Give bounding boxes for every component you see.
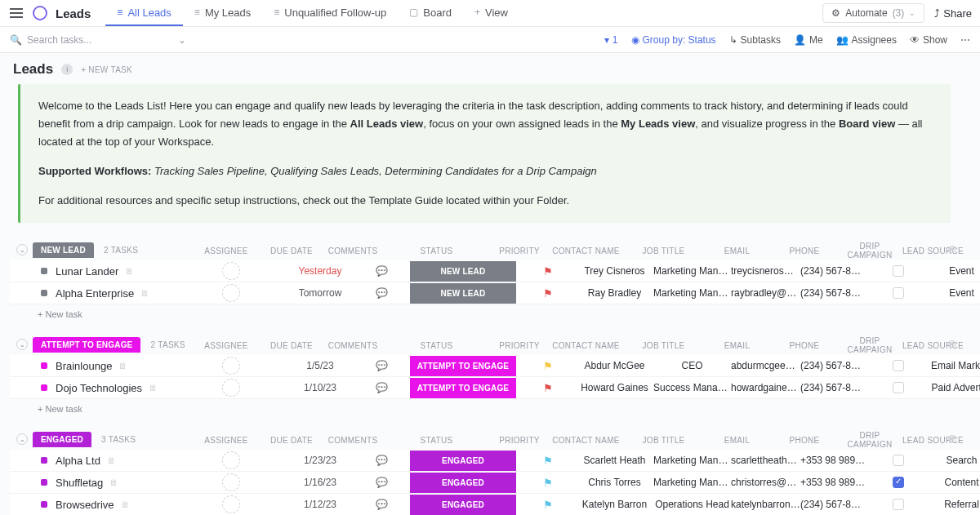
task-row[interactable]: Lunar Lander 🗎 Yesterday 💬 NEW LEAD ⚑ Tr… [10,260,980,282]
email: howardgaines@dojot [731,382,800,393]
phone: (234) 567-8901 [800,360,866,371]
show-button[interactable]: 👁Show [910,34,947,46]
subtasks-button[interactable]: ↳Subtasks [729,34,781,46]
tab-board[interactable]: ▢Board [398,0,463,26]
doc-icon[interactable]: 🗎 [121,499,130,509]
due-date[interactable]: 1/5/23 [287,360,353,371]
priority-flag[interactable]: ⚑ [520,382,576,394]
contact-name: Trey Cisneros [576,265,653,277]
add-task-button[interactable]: + New task [10,399,980,414]
assignee-avatar[interactable] [222,379,240,397]
due-date[interactable]: 1/16/23 [287,477,353,488]
drip-checkbox[interactable] [893,382,904,393]
assignee-avatar[interactable] [222,473,240,491]
comments-icon[interactable]: 💬 [353,455,410,466]
search-input[interactable]: 🔍 Search tasks... ⌄ [10,34,593,46]
filter-count[interactable]: ▾1 [604,34,618,46]
tab-all-leads[interactable]: ≡All Leads [105,0,183,26]
priority-flag[interactable]: ⚑ [520,360,576,372]
status-badge[interactable]: ENGAGED [410,451,516,471]
task-row[interactable]: Shuffletag 🗎 1/16/23 💬 ENGAGED ⚑ Chris T… [10,472,980,494]
status-badge[interactable]: ATTEMPT TO ENGAGE [410,378,516,398]
priority-flag[interactable]: ⚑ [520,499,576,511]
priority-flag[interactable]: ⚑ [520,287,576,300]
share-button[interactable]: ⤴ Share [934,7,972,20]
add-column-icon[interactable]: ⊕ [947,337,960,350]
task-row[interactable]: Brainlounge 🗎 1/5/23 💬 ATTEMPT TO ENGAGE… [10,355,980,377]
assignee-avatar[interactable] [222,357,240,375]
add-column-icon[interactable]: ⊕ [947,242,960,255]
doc-icon[interactable]: 🗎 [109,477,118,487]
content-area: Leads i + NEW TASK Welcome to the Leads … [0,53,980,515]
add-task-button[interactable]: + New task [10,304,980,319]
info-icon[interactable]: i [61,64,73,75]
automate-button[interactable]: ⚙ Automate (3) ⌄ [822,3,924,23]
column-headers: ASSIGNEE DUE DATE COMMENTS STATUS PRIORI… [194,336,964,354]
list-title: Leads [13,61,53,78]
group-status-pill[interactable]: ATTEMPT TO ENGAGE [33,337,140,353]
task-row[interactable]: Alpha Enterprise 🗎 Tomorrow 💬 NEW LEAD ⚑… [10,282,980,304]
job-title: Marketing Manager [653,477,731,488]
comments-icon[interactable]: 💬 [353,265,410,277]
contact-name: Abdur McGee [576,360,653,371]
tab-my-leads[interactable]: ≡My Leads [183,0,262,26]
tab-unqualified-follow-up[interactable]: ≡Unqualified Follow-up [262,0,398,26]
group-status-pill[interactable]: ENGAGED [33,432,91,447]
new-task-button[interactable]: + NEW TASK [81,65,132,74]
comments-icon[interactable]: 💬 [353,499,410,510]
status-badge[interactable]: ENGAGED [410,473,516,493]
comments-icon[interactable]: 💬 [353,360,410,371]
priority-flag[interactable]: ⚑ [520,455,576,467]
priority-flag[interactable]: ⚑ [520,477,576,489]
status-badge[interactable]: ENGAGED [410,495,516,515]
task-row[interactable]: Alpha Ltd 🗎 1/23/23 💬 ENGAGED ⚑ Scarlett… [10,450,980,472]
drip-checkbox[interactable] [893,287,904,299]
status-dot [41,479,47,486]
due-date[interactable]: Tomorrow [287,287,353,299]
priority-flag[interactable]: ⚑ [520,265,576,277]
add-column-icon[interactable]: ⊕ [947,432,960,445]
due-date[interactable]: Yesterday [287,265,353,277]
assignee-avatar[interactable] [222,284,240,302]
due-date[interactable]: 1/12/23 [287,499,353,510]
collapse-icon[interactable]: ⌄ [16,339,28,350]
assignee-avatar[interactable] [222,262,240,280]
task-row[interactable]: Dojo Technologies 🗎 1/10/23 💬 ATTEMPT TO… [10,377,980,399]
doc-icon[interactable]: 🗎 [140,288,149,298]
drip-checkbox[interactable] [893,265,904,277]
menu-icon[interactable] [8,7,24,20]
drip-checkbox[interactable] [893,499,904,510]
collapse-icon[interactable]: ⌄ [16,244,28,255]
lead-source: Paid Adverti... [931,382,980,393]
assignee-avatar[interactable] [222,495,240,513]
doc-icon[interactable]: 🗎 [118,361,127,371]
task-name: Dojo Technologies [56,382,142,394]
workspace-icon[interactable] [33,6,47,20]
tab-icon: ≡ [117,7,122,18]
drip-checkbox[interactable] [893,360,904,371]
drip-checkbox[interactable] [893,477,904,488]
comments-icon[interactable]: 💬 [353,287,410,299]
drip-checkbox[interactable] [893,455,904,466]
assignee-avatar[interactable] [222,451,240,469]
comments-icon[interactable]: 💬 [353,382,410,393]
comments-icon[interactable]: 💬 [353,477,410,488]
doc-icon[interactable]: 🗎 [125,266,134,276]
contact-name: Chris Torres [576,477,653,488]
assignees-button[interactable]: 👥Assignees [836,34,897,46]
status-badge[interactable]: NEW LEAD [410,261,516,282]
more-icon[interactable]: ⋯ [960,34,970,46]
group-by-button[interactable]: ◉Group by: Status [631,34,716,46]
tab-icon: ≡ [274,7,279,18]
doc-icon[interactable]: 🗎 [107,455,116,465]
doc-icon[interactable]: 🗎 [149,383,158,393]
task-row[interactable]: Browsedrive 🗎 1/12/23 💬 ENGAGED ⚑ Kately… [10,494,980,515]
status-badge[interactable]: NEW LEAD [410,283,516,304]
group-status-pill[interactable]: NEW LEAD [33,242,94,258]
due-date[interactable]: 1/10/23 [287,382,353,393]
collapse-icon[interactable]: ⌄ [16,433,28,445]
me-button[interactable]: 👤Me [794,34,823,46]
status-badge[interactable]: ATTEMPT TO ENGAGE [410,356,516,376]
tab-view[interactable]: +View [463,0,519,26]
due-date[interactable]: 1/23/23 [287,455,353,466]
